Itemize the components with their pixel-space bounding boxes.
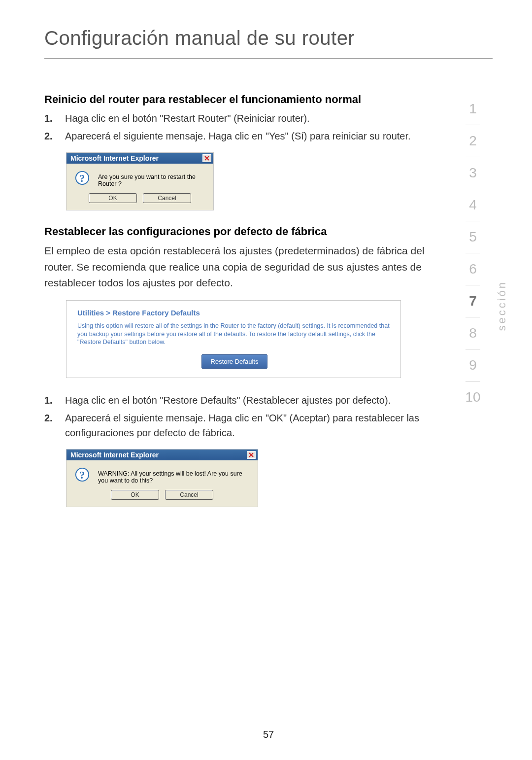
section-nav-item[interactable]: 1	[463, 93, 483, 125]
list-item: 1. Haga clic en el botón "Restore Defaul…	[44, 393, 443, 408]
main-content: Reinicio del router para restablecer el …	[44, 93, 453, 522]
dialog-body: ? WARNING: All your settings will be los…	[66, 460, 258, 487]
section-nav-item[interactable]: 8	[463, 317, 483, 349]
section-nav-item[interactable]: 3	[463, 157, 483, 189]
ok-button[interactable]: OK	[89, 193, 137, 203]
close-button[interactable]	[247, 451, 256, 459]
section-nav-item[interactable]: 4	[463, 189, 483, 221]
step-text: Haga clic en el botón "Restart Router" (…	[65, 111, 443, 126]
dialog-message: WARNING: All your settings will be lost!…	[98, 467, 251, 484]
close-icon	[249, 452, 254, 457]
step-text: Aparecerá el siguiente mensaje. Haga cli…	[65, 411, 443, 440]
dialog-title: Microsoft Internet Explorer	[70, 451, 159, 459]
restore-defaults-panel: Utilities > Restore Factory Defaults Usi…	[66, 300, 401, 379]
section-label: sección	[496, 280, 508, 331]
document-page: Configuración manual de su router Reinic…	[0, 0, 532, 760]
section-nav-item[interactable]: 2	[463, 125, 483, 157]
restore-defaults-button[interactable]: Restore Defaults	[201, 354, 268, 369]
dialog-message: Are you sure you want to restart the Rou…	[98, 171, 206, 187]
svg-text:?: ?	[80, 470, 85, 481]
dialog-body: ? Are you sure you want to restart the R…	[66, 164, 213, 190]
question-icon: ?	[73, 467, 91, 484]
title-rule	[44, 58, 493, 59]
section1-steps: 1. Haga clic en el botón "Restart Router…	[44, 111, 443, 143]
close-button[interactable]	[202, 154, 211, 162]
svg-text:?: ?	[80, 173, 85, 184]
close-icon	[204, 156, 209, 161]
page-title: Configuración manual de su router	[44, 27, 493, 49]
section-nav-item[interactable]: 10	[463, 381, 483, 413]
section-nav-item[interactable]: 7	[463, 285, 483, 317]
section2-heading: Restablecer las configuraciones por defe…	[44, 225, 443, 238]
section-nav-item[interactable]: 5	[463, 221, 483, 253]
step-number: 2.	[44, 129, 65, 143]
step-number: 2.	[44, 411, 65, 440]
section-sidebar: 12345678910 sección	[453, 93, 493, 413]
dialog-buttons: OK Cancel	[66, 190, 213, 210]
dialog-titlebar: Microsoft Internet Explorer	[66, 449, 258, 460]
section-nav-item[interactable]: 9	[463, 349, 483, 381]
section2-body: El empleo de esta opción restablecerá lo…	[44, 243, 443, 291]
restart-dialog: Microsoft Internet Explorer ? Are you su…	[66, 152, 214, 210]
section-nav-item[interactable]: 6	[463, 253, 483, 285]
section1-heading: Reinicio del router para restablecer el …	[44, 93, 443, 106]
step-number: 1.	[44, 393, 65, 408]
step-text: Haga clic en el botón "Restore Defaults"…	[65, 393, 443, 408]
section-list: 12345678910	[453, 93, 493, 413]
question-icon: ?	[73, 171, 91, 187]
step-text: Aparecerá el siguiente mensaje. Haga cli…	[65, 129, 443, 143]
list-item: 2. Aparecerá el siguiente mensaje. Haga …	[44, 129, 443, 143]
panel-breadcrumb: Utilities > Restore Factory Defaults	[77, 309, 392, 317]
section2-steps: 1. Haga clic en el botón "Restore Defaul…	[44, 393, 443, 440]
cancel-button[interactable]: Cancel	[143, 193, 191, 203]
cancel-button[interactable]: Cancel	[165, 490, 213, 500]
warning-dialog: Microsoft Internet Explorer ? WARNING: A…	[66, 449, 258, 507]
dialog-buttons: OK Cancel	[66, 487, 258, 507]
dialog-titlebar: Microsoft Internet Explorer	[66, 153, 213, 164]
dialog-title: Microsoft Internet Explorer	[70, 154, 159, 162]
panel-text: Using this option will restore all of th…	[77, 322, 392, 347]
page-number: 57	[44, 714, 493, 740]
list-item: 2. Aparecerá el siguiente mensaje. Haga …	[44, 411, 443, 440]
ok-button[interactable]: OK	[111, 490, 159, 500]
step-number: 1.	[44, 111, 65, 126]
panel-button-row: Restore Defaults	[77, 354, 392, 369]
list-item: 1. Haga clic en el botón "Restart Router…	[44, 111, 443, 126]
content-columns: Reinicio del router para restablecer el …	[44, 93, 493, 522]
